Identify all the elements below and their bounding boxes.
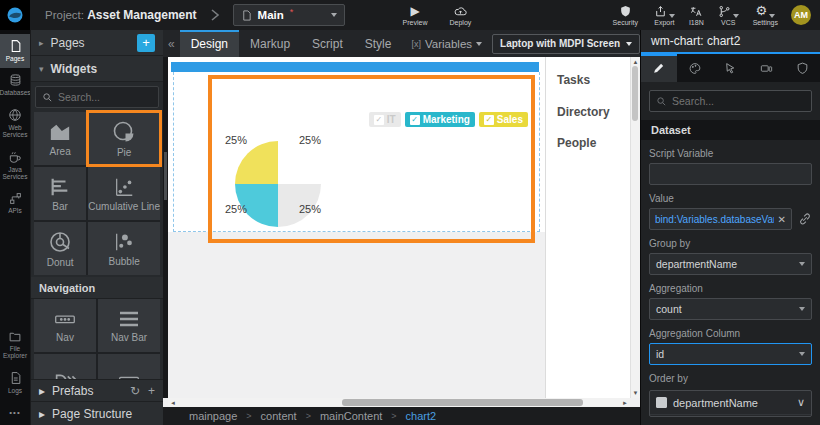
page-link-directory[interactable]: Directory (557, 105, 610, 119)
breadcrumb-widget-icon (52, 371, 78, 380)
widget-search-box[interactable] (35, 86, 159, 108)
checkbox-icon[interactable] (656, 397, 667, 408)
value-input[interactable]: bind:Variables.databaseVariable1.dataS ✕ (649, 208, 792, 230)
breadcrumb-item[interactable]: mainpage (189, 410, 237, 422)
widget-area[interactable]: Area (34, 112, 86, 165)
page-link-people[interactable]: People (557, 136, 596, 150)
top-bar: Project: Asset Management Main * ▶ Previ… (0, 0, 820, 30)
rail-item-databases[interactable]: Databases (0, 68, 30, 102)
events-cursor-icon (724, 62, 737, 75)
widget-bubble[interactable]: Bubble (88, 222, 160, 275)
page-structure-section-header[interactable]: ▸ Page Structure (31, 401, 163, 425)
rail-item-apis[interactable]: APIs (0, 187, 30, 220)
export-button[interactable]: Export (654, 4, 675, 26)
order-by-listbox: departmentName ∨ id ∨ (649, 390, 812, 417)
tab-events[interactable] (713, 54, 749, 82)
deploy-label: Deploy (449, 19, 471, 26)
widget-bar[interactable]: Bar (34, 167, 86, 220)
refresh-icon[interactable]: ↻ (130, 384, 140, 398)
wavemaker-logo[interactable] (0, 0, 30, 30)
pie-chart-icon (112, 120, 136, 144)
rail-item-logs[interactable]: Logs (0, 366, 30, 400)
selected-widget-bar[interactable] (171, 62, 539, 72)
shield-outline-icon (796, 62, 809, 75)
prefabs-section-header[interactable]: ▸ Prefabs ↻+ (31, 379, 163, 401)
navigation-section-header: Navigation (31, 277, 163, 299)
aggregation-column-select[interactable]: id (649, 343, 812, 365)
widget-select[interactable] (98, 354, 160, 379)
scroll-right-icon[interactable]: ► (622, 400, 628, 406)
chart-widget-highlight[interactable] (208, 75, 535, 243)
scroll-up-icon[interactable]: ▲ (633, 59, 639, 65)
tab-markup[interactable]: Markup (239, 30, 301, 57)
pages-section-header[interactable]: ▸ Pages + (31, 30, 163, 56)
chevron-down-icon (769, 14, 775, 18)
container-dashed-border-left (173, 72, 174, 232)
vertical-scroll-thumb[interactable] (632, 66, 638, 121)
tab-style[interactable]: Style (354, 30, 403, 57)
widget-cumulative-line[interactable]: Cumulative Line (88, 167, 160, 220)
widget-nav[interactable]: Nav (34, 299, 96, 352)
properties-panel: wm-chart: chart2 Dataset Script Variable… (640, 30, 820, 425)
group-by-select[interactable]: departmentName (649, 253, 812, 275)
page-structure-label: Page Structure (52, 407, 132, 421)
device-selector[interactable]: Laptop with MDPI Screen (492, 34, 640, 54)
rail-item-file-explorer[interactable]: File Explorer (0, 325, 30, 366)
variables-button[interactable]: [x] Variables (411, 38, 482, 50)
page-selector[interactable]: Main * (233, 4, 345, 26)
preview-button[interactable]: ▶ Preview (403, 4, 428, 26)
breadcrumb-separator: > (246, 411, 251, 421)
bind-link-icon[interactable] (798, 212, 812, 226)
dataset-section-header: Dataset (641, 120, 820, 140)
properties-search-input[interactable] (672, 95, 805, 107)
breadcrumb-item[interactable]: content (261, 410, 297, 422)
widget-nav-bar[interactable]: Nav Bar (98, 299, 160, 352)
deploy-button[interactable]: Deploy (449, 4, 471, 26)
unsaved-marker: * (290, 7, 294, 17)
widget-breadcrumb[interactable] (34, 354, 96, 379)
gutter-scroll-thumb[interactable] (164, 152, 167, 200)
breadcrumb-item[interactable]: mainContent (320, 410, 382, 422)
collapse-left-button[interactable]: « (163, 37, 180, 51)
user-avatar[interactable]: AM (791, 5, 811, 25)
area-chart-icon (47, 121, 73, 143)
chevron-down-icon (799, 307, 805, 311)
rail-more-button[interactable]: ••• (9, 400, 20, 425)
chevron-down-icon[interactable]: ∨ (797, 397, 805, 408)
caret-down-icon: ▾ (39, 64, 44, 74)
add-prefab-button[interactable]: + (148, 384, 155, 398)
i18n-button[interactable]: I18N (689, 4, 704, 26)
order-by-option[interactable]: departmentName ∨ (650, 391, 811, 415)
chevron-down-icon (799, 262, 805, 266)
tab-design[interactable]: Design (180, 30, 239, 57)
breadcrumb-item-current[interactable]: chart2 (406, 410, 437, 422)
order-by-option[interactable]: id ∨ (650, 415, 811, 417)
widgets-section-header[interactable]: ▾ Widgets (31, 56, 163, 82)
vcs-button[interactable]: VCS (718, 4, 739, 26)
properties-search-box[interactable] (649, 90, 812, 112)
tab-device[interactable] (748, 54, 784, 82)
widget-search-input[interactable] (58, 91, 152, 103)
rail-item-web-services[interactable]: Web Services (0, 103, 30, 145)
selected-element-title: wm-chart: chart2 (641, 30, 820, 54)
scroll-down-icon[interactable]: ▼ (633, 390, 639, 396)
clear-binding-icon[interactable]: ✕ (778, 214, 786, 225)
tab-script[interactable]: Script (301, 30, 354, 57)
page-link-tasks[interactable]: Tasks (557, 73, 590, 87)
security-button[interactable]: Security (613, 4, 638, 26)
tab-properties[interactable] (641, 54, 677, 82)
widget-pie[interactable]: Pie (88, 112, 160, 165)
widget-donut[interactable]: Donut (34, 222, 86, 275)
page-name: Main (258, 9, 284, 21)
horizontal-scroll-thumb[interactable] (342, 399, 583, 406)
add-page-button[interactable]: + (137, 34, 155, 52)
script-variable-input[interactable] (649, 163, 812, 185)
scroll-left-icon[interactable]: ◄ (170, 400, 176, 406)
tab-styles[interactable] (677, 54, 713, 82)
settings-button[interactable]: ⚙ Settings (753, 4, 778, 26)
rail-item-pages[interactable]: Pages (0, 34, 30, 68)
aggregation-select[interactable]: count (649, 298, 812, 320)
tab-security[interactable] (784, 54, 820, 82)
left-rail: Pages Databases Web Services Java Servic… (0, 30, 30, 425)
rail-item-java-services[interactable]: Java Services (0, 145, 30, 187)
